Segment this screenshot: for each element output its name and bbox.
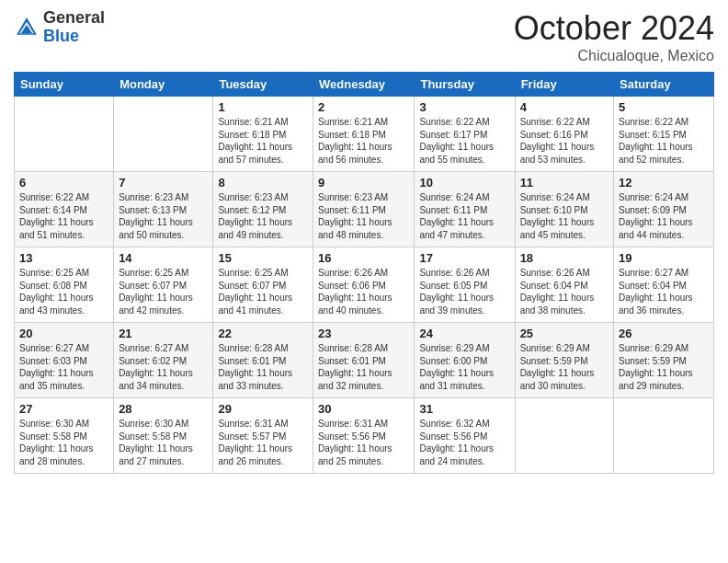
- weekday-header-sunday: Sunday: [15, 73, 114, 97]
- title-block: October 2024 Chicualoque, Mexico: [514, 9, 714, 64]
- logo-blue: Blue: [43, 27, 79, 45]
- day-cell: 25Sunrise: 6:29 AMSunset: 5:59 PMDayligh…: [515, 323, 613, 398]
- day-cell: 16Sunrise: 6:26 AMSunset: 6:06 PMDayligh…: [313, 247, 415, 323]
- day-number: 25: [520, 327, 609, 340]
- day-info: Sunrise: 6:24 AMSunset: 6:10 PMDaylight:…: [520, 191, 609, 241]
- day-info: Sunrise: 6:23 AMSunset: 6:11 PMDaylight:…: [318, 191, 409, 241]
- logo: General Blue: [14, 9, 105, 46]
- day-info: Sunrise: 6:27 AMSunset: 6:03 PMDaylight:…: [19, 342, 108, 392]
- day-cell: 21Sunrise: 6:27 AMSunset: 6:02 PMDayligh…: [114, 323, 213, 398]
- weekday-header-friday: Friday: [515, 73, 613, 97]
- day-cell: 19Sunrise: 6:27 AMSunset: 6:04 PMDayligh…: [614, 247, 714, 323]
- day-number: 16: [318, 251, 409, 265]
- day-cell: 9Sunrise: 6:23 AMSunset: 6:11 PMDaylight…: [313, 172, 415, 247]
- day-number: 12: [619, 176, 709, 190]
- day-cell: 13Sunrise: 6:25 AMSunset: 6:08 PMDayligh…: [15, 247, 114, 323]
- day-cell: 14Sunrise: 6:25 AMSunset: 6:07 PMDayligh…: [114, 247, 213, 323]
- day-number: 22: [218, 327, 308, 340]
- day-cell: [15, 97, 114, 172]
- location: Chicualoque, Mexico: [514, 48, 714, 64]
- day-cell: 6Sunrise: 6:22 AMSunset: 6:14 PMDaylight…: [15, 172, 114, 247]
- day-info: Sunrise: 6:28 AMSunset: 6:01 PMDaylight:…: [218, 342, 308, 392]
- day-cell: [114, 97, 213, 172]
- day-cell: 1Sunrise: 6:21 AMSunset: 6:18 PMDaylight…: [213, 97, 313, 172]
- weekday-header-wednesday: Wednesday: [313, 73, 415, 97]
- day-number: 3: [419, 100, 509, 114]
- page: General Blue October 2024 Chicualoque, M…: [0, 0, 728, 563]
- day-info: Sunrise: 6:25 AMSunset: 6:08 PMDaylight:…: [19, 267, 108, 316]
- day-info: Sunrise: 6:26 AMSunset: 6:06 PMDaylight:…: [318, 267, 409, 316]
- day-number: 5: [619, 100, 709, 114]
- week-row-5: 27Sunrise: 6:30 AMSunset: 5:58 PMDayligh…: [15, 398, 714, 474]
- day-number: 11: [520, 176, 609, 190]
- day-number: 15: [218, 251, 308, 265]
- day-info: Sunrise: 6:29 AMSunset: 5:59 PMDaylight:…: [520, 342, 609, 392]
- day-number: 24: [419, 327, 509, 340]
- logo-general: General: [43, 8, 105, 27]
- week-row-1: 1Sunrise: 6:21 AMSunset: 6:18 PMDaylight…: [15, 97, 714, 172]
- day-info: Sunrise: 6:30 AMSunset: 5:58 PMDaylight:…: [19, 418, 108, 467]
- day-number: 29: [218, 402, 308, 416]
- day-cell: 11Sunrise: 6:24 AMSunset: 6:10 PMDayligh…: [515, 172, 613, 247]
- day-info: Sunrise: 6:25 AMSunset: 6:07 PMDaylight:…: [218, 267, 308, 316]
- day-number: 1: [218, 100, 308, 114]
- day-number: 4: [520, 100, 609, 114]
- day-number: 26: [619, 327, 709, 340]
- day-info: Sunrise: 6:32 AMSunset: 5:56 PMDaylight:…: [419, 418, 509, 467]
- week-row-2: 6Sunrise: 6:22 AMSunset: 6:14 PMDaylight…: [15, 172, 714, 247]
- weekday-header-row: SundayMondayTuesdayWednesdayThursdayFrid…: [15, 73, 714, 97]
- header: General Blue October 2024 Chicualoque, M…: [14, 9, 714, 64]
- day-number: 20: [19, 327, 108, 340]
- day-cell: 8Sunrise: 6:23 AMSunset: 6:12 PMDaylight…: [213, 172, 313, 247]
- day-number: 2: [318, 100, 409, 114]
- day-info: Sunrise: 6:24 AMSunset: 6:11 PMDaylight:…: [419, 191, 509, 241]
- day-number: 30: [318, 402, 409, 416]
- day-cell: [614, 398, 714, 474]
- day-cell: 10Sunrise: 6:24 AMSunset: 6:11 PMDayligh…: [415, 172, 515, 247]
- day-info: Sunrise: 6:23 AMSunset: 6:12 PMDaylight:…: [218, 191, 308, 241]
- day-cell: 22Sunrise: 6:28 AMSunset: 6:01 PMDayligh…: [213, 323, 313, 398]
- day-info: Sunrise: 6:22 AMSunset: 6:17 PMDaylight:…: [419, 116, 509, 166]
- day-cell: 7Sunrise: 6:23 AMSunset: 6:13 PMDaylight…: [114, 172, 213, 247]
- day-number: 31: [419, 402, 509, 416]
- day-number: 8: [218, 176, 308, 190]
- day-cell: 4Sunrise: 6:22 AMSunset: 6:16 PMDaylight…: [515, 97, 613, 172]
- day-number: 7: [119, 176, 208, 190]
- day-number: 18: [520, 251, 609, 265]
- day-number: 27: [19, 402, 108, 416]
- weekday-header-monday: Monday: [114, 73, 213, 97]
- weekday-header-thursday: Thursday: [415, 73, 515, 97]
- day-cell: 30Sunrise: 6:31 AMSunset: 5:56 PMDayligh…: [313, 398, 415, 474]
- day-info: Sunrise: 6:30 AMSunset: 5:58 PMDaylight:…: [119, 418, 208, 467]
- day-cell: 5Sunrise: 6:22 AMSunset: 6:15 PMDaylight…: [614, 97, 714, 172]
- day-cell: 3Sunrise: 6:22 AMSunset: 6:17 PMDaylight…: [415, 97, 515, 172]
- day-number: 14: [119, 251, 208, 265]
- day-cell: 17Sunrise: 6:26 AMSunset: 6:05 PMDayligh…: [415, 247, 515, 323]
- day-cell: 15Sunrise: 6:25 AMSunset: 6:07 PMDayligh…: [213, 247, 313, 323]
- day-number: 23: [318, 327, 409, 340]
- day-info: Sunrise: 6:26 AMSunset: 6:05 PMDaylight:…: [419, 267, 509, 316]
- day-number: 9: [318, 176, 409, 190]
- weekday-header-saturday: Saturday: [614, 73, 714, 97]
- day-info: Sunrise: 6:31 AMSunset: 5:57 PMDaylight:…: [218, 418, 308, 467]
- day-cell: 28Sunrise: 6:30 AMSunset: 5:58 PMDayligh…: [114, 398, 213, 474]
- month-title: October 2024: [514, 9, 714, 48]
- day-info: Sunrise: 6:29 AMSunset: 6:00 PMDaylight:…: [419, 342, 509, 392]
- day-info: Sunrise: 6:21 AMSunset: 6:18 PMDaylight:…: [318, 116, 409, 166]
- day-number: 10: [419, 176, 509, 190]
- day-info: Sunrise: 6:29 AMSunset: 5:59 PMDaylight:…: [619, 342, 709, 392]
- day-info: Sunrise: 6:28 AMSunset: 6:01 PMDaylight:…: [318, 342, 409, 392]
- day-info: Sunrise: 6:22 AMSunset: 6:15 PMDaylight:…: [619, 116, 709, 166]
- day-number: 17: [419, 251, 509, 265]
- logo-icon: [14, 15, 40, 40]
- day-info: Sunrise: 6:24 AMSunset: 6:09 PMDaylight:…: [619, 191, 709, 241]
- day-number: 13: [19, 251, 108, 265]
- day-info: Sunrise: 6:31 AMSunset: 5:56 PMDaylight:…: [318, 418, 409, 467]
- day-cell: 24Sunrise: 6:29 AMSunset: 6:00 PMDayligh…: [415, 323, 515, 398]
- day-info: Sunrise: 6:25 AMSunset: 6:07 PMDaylight:…: [119, 267, 208, 316]
- day-cell: 29Sunrise: 6:31 AMSunset: 5:57 PMDayligh…: [213, 398, 313, 474]
- day-number: 6: [19, 176, 108, 190]
- day-cell: 23Sunrise: 6:28 AMSunset: 6:01 PMDayligh…: [313, 323, 415, 398]
- day-cell: 27Sunrise: 6:30 AMSunset: 5:58 PMDayligh…: [15, 398, 114, 474]
- day-cell: [515, 398, 613, 474]
